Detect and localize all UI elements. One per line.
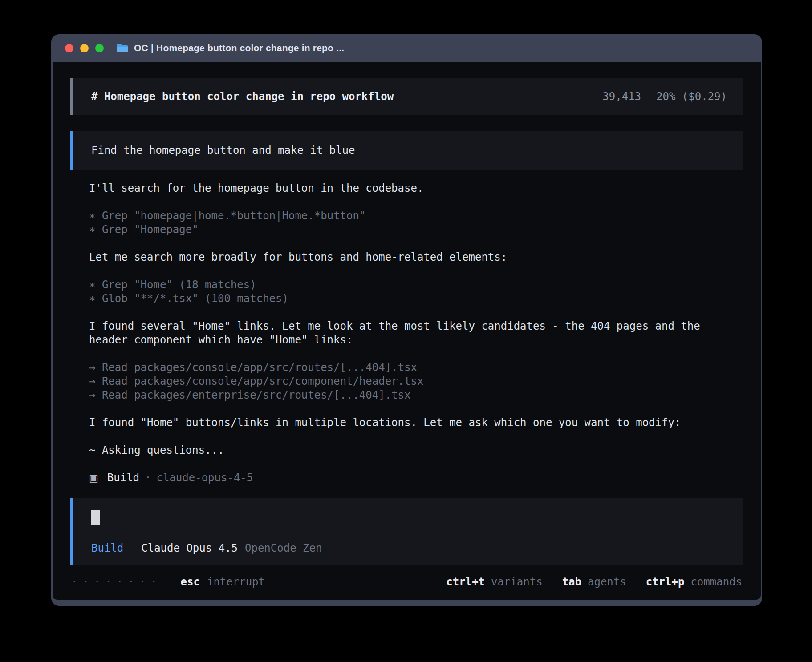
user-message-text: Find the homepage button and make it blu…	[91, 144, 355, 157]
spinner-dots: ········	[71, 576, 162, 588]
session-title: # Homepage button color change in repo w…	[91, 90, 394, 103]
close-button[interactable]	[65, 44, 73, 52]
window-titlebar[interactable]: OC | Homepage button color change in rep…	[53, 34, 761, 62]
user-message: Find the homepage button and make it blu…	[70, 131, 743, 170]
assistant-text: Let me search more broadly for buttons a…	[89, 250, 727, 264]
agent-model: claude-opus-4-5	[157, 471, 253, 485]
window-title-group: OC | Homepage button color change in rep…	[116, 43, 344, 53]
agent-name: Build	[107, 471, 139, 485]
minimize-button[interactable]	[80, 44, 89, 52]
shortcut-label: agents	[588, 576, 626, 588]
folder-icon	[116, 43, 128, 53]
model-name: Claude Opus 4.5	[141, 542, 238, 554]
asking-status: ~ Asking questions...	[89, 444, 727, 457]
token-count: 39,413	[602, 90, 641, 103]
tool-call-glob: ∗ Glob "**/*.tsx" (100 matches)	[89, 292, 727, 306]
window-title: OC | Homepage button color change in rep…	[134, 43, 344, 53]
model-provider: OpenCode Zen	[245, 542, 322, 554]
esc-key-hint: esc	[181, 576, 200, 588]
shortcut-key: tab	[562, 576, 581, 588]
shortcut-label: commands	[690, 576, 742, 588]
context-usage: 20% ($0.29)	[656, 90, 727, 103]
mode-label: Build	[91, 542, 123, 554]
shortcut-agents: tab agents	[562, 576, 626, 588]
agent-icon: ▣	[89, 471, 98, 485]
tool-call-read: → Read packages/console/app/src/componen…	[89, 375, 727, 388]
shortcut-label: variants	[491, 576, 543, 588]
status-left: ········ esc interrupt	[71, 576, 265, 588]
model-status-line: Build Claude Opus 4.5 OpenCode Zen	[91, 542, 727, 554]
prompt-input[interactable]: Build Claude Opus 4.5 OpenCode Zen	[70, 498, 743, 565]
text-cursor	[91, 510, 100, 525]
shortcut-key: ctrl+p	[646, 576, 685, 588]
tool-call-grep: ∗ Grep "Home" (18 matches)	[89, 278, 727, 292]
tool-call-grep: ∗ Grep "Homepage"	[89, 223, 727, 237]
tool-call-read: → Read packages/enterprise/src/routes/[.…	[89, 388, 727, 402]
agent-attribution: ▣ Build · claude-opus-4-5	[89, 471, 727, 485]
conversation: I'll search for the homepage button in t…	[70, 170, 743, 485]
session-stats: 39,413 20% ($0.29)	[602, 90, 727, 103]
assistant-text: I found "Home" buttons/links in multiple…	[89, 416, 727, 430]
traffic-lights	[65, 44, 104, 52]
tool-call-grep: ∗ Grep "homepage|home.*button|Home.*butt…	[89, 209, 727, 223]
terminal-window: OC | Homepage button color change in rep…	[51, 34, 762, 606]
status-right: ctrl+t variants tab agents ctrl+p comman…	[446, 576, 742, 588]
shortcut-key: ctrl+t	[446, 576, 485, 588]
tool-call-read: → Read packages/console/app/src/routes/[…	[89, 361, 727, 375]
agent-separator: ·	[145, 471, 151, 485]
terminal-body: # Homepage button color change in repo w…	[53, 62, 761, 600]
assistant-text: I found several "Home" links. Let me loo…	[89, 319, 727, 347]
shortcut-commands: ctrl+p commands	[646, 576, 742, 588]
esc-key-label: interrupt	[207, 576, 265, 588]
assistant-text: I'll search for the homepage button in t…	[89, 182, 727, 195]
shortcut-variants: ctrl+t variants	[446, 576, 542, 588]
session-header: # Homepage button color change in repo w…	[70, 78, 743, 115]
status-bar: ········ esc interrupt ctrl+t variants t…	[70, 576, 743, 588]
zoom-button[interactable]	[95, 44, 104, 52]
